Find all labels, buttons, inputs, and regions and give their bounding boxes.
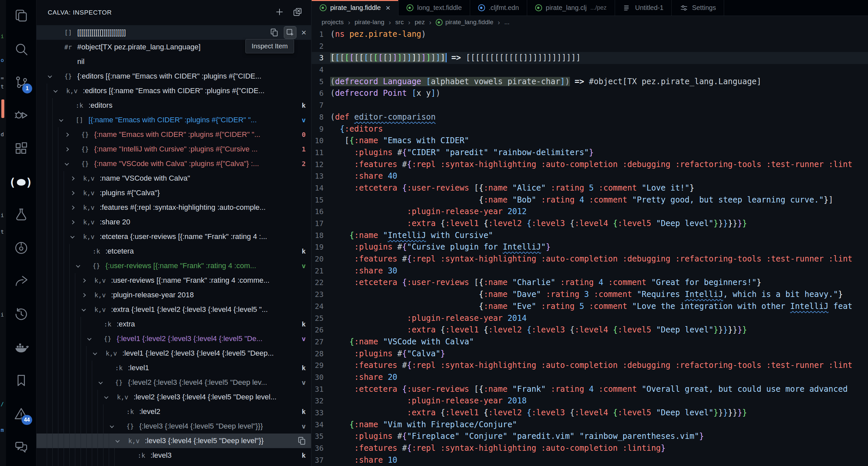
- breadcrumb-item[interactable]: pirate_lang.fiddle: [436, 19, 493, 26]
- code-line[interactable]: 16 :plugin-release-year 2012: [312, 206, 868, 218]
- tree-row[interactable]: :k:editorsk: [36, 98, 311, 113]
- chevron-down-icon[interactable]: [85, 337, 93, 340]
- tab--cljfmt-edn[interactable]: .cljfmt.edn: [470, 0, 527, 16]
- tree-row[interactable]: k,v:extra {:level1 {:level2 {:level3 {:l…: [36, 302, 311, 317]
- tree-row[interactable]: :k:level1k: [36, 361, 311, 375]
- tree-row[interactable]: k,v:level3 {:level4 {:level5 "Deep level…: [36, 434, 311, 448]
- chevron-down-icon[interactable]: [45, 75, 54, 78]
- chevron-down-icon[interactable]: [73, 265, 82, 268]
- code-line[interactable]: 17 :extra {:level1 {:level2 {:level3 {:l…: [312, 218, 868, 230]
- code-line[interactable]: 25 :plugin-release-year 2014: [312, 313, 868, 324]
- activity-item-testing[interactable]: [6, 199, 36, 232]
- code-line[interactable]: 23 {:name "Dave" :rating 3 :comment "Req…: [312, 289, 868, 301]
- chevron-right-icon[interactable]: [62, 148, 71, 151]
- activity-item-calva[interactable]: (): [6, 166, 36, 199]
- tree-row[interactable]: k,v:share 20: [36, 215, 311, 229]
- tree-row[interactable]: {}{:name "Emacs with CIDER" :plugins #{"…: [36, 127, 311, 142]
- breadcrumb-item[interactable]: pez: [415, 19, 425, 26]
- tab-untitled-1[interactable]: Untitled-1: [615, 0, 672, 16]
- tree-row[interactable]: {}{:editors [{:name "Emacs with CIDER" :…: [36, 69, 311, 84]
- code-line[interactable]: 27 {:name "VSCode with Calva": [312, 336, 868, 348]
- code-line[interactable]: 28 :plugins #{"Calva"}: [312, 348, 868, 360]
- activity-item-run-and-debug[interactable]: [6, 99, 36, 132]
- code-line[interactable]: 11 :plugins #{"CIDER" "paredit" "rainbow…: [312, 147, 868, 159]
- inspect-icon[interactable]: [284, 27, 296, 38]
- tree-row[interactable]: k,v:user-reviews [{:name "Frank" :rating…: [36, 273, 311, 288]
- tree-row[interactable]: k,v:editors [{:name "Emacs with CIDER" :…: [36, 84, 311, 98]
- tree-row[interactable]: :k:level2k: [36, 404, 311, 419]
- chevron-right-icon[interactable]: [62, 133, 71, 136]
- code-line[interactable]: 12 :features #{:repl :syntax-highlightin…: [312, 159, 868, 171]
- code-line[interactable]: 22 :etcetera {:user-reviews [{:name "Cha…: [312, 277, 868, 289]
- tree-row[interactable]: k,v:features #{:repl :syntax-highlightin…: [36, 200, 311, 215]
- chevron-right-icon[interactable]: [79, 279, 88, 282]
- activity-item-bookmarks[interactable]: [6, 365, 36, 398]
- tree-row[interactable]: {}{:level2 {:level3 {:level4 {:level5 "D…: [36, 375, 311, 390]
- chevron-right-icon[interactable]: [68, 177, 76, 180]
- activity-item-problems[interactable]: 44: [6, 398, 36, 431]
- chevron-down-icon[interactable]: [107, 425, 116, 428]
- tree-row[interactable]: {}{:user-reviews [{:name "Frank" :rating…: [36, 258, 311, 273]
- code-area[interactable]: 1(ns pez.pirate-lang)23[[[[[[[[[[[[]]]]]…: [312, 29, 868, 466]
- copy-icon[interactable]: [296, 435, 308, 447]
- chevron-down-icon[interactable]: [57, 119, 65, 122]
- tree-row[interactable]: {}{:name "IntelliJ with Cursive" :plugin…: [36, 142, 311, 156]
- chevron-right-icon[interactable]: [79, 294, 88, 297]
- code-line[interactable]: 30 :share 20: [312, 372, 868, 383]
- chevron-down-icon[interactable]: [96, 381, 105, 384]
- code-line[interactable]: 15 {:name "Bob" :rating 4 :comment "Pret…: [312, 194, 868, 206]
- tree-row[interactable]: k,v:level1 {:level2 {:level3 {:level4 {:…: [36, 346, 311, 361]
- code-line[interactable]: 13 :share 40: [312, 170, 868, 182]
- code-line[interactable]: 26 :extra {:level1 {:level2 {:level3 {:l…: [312, 324, 868, 336]
- code-line[interactable]: 31 :etcetera {:user-reviews [{:name "Fra…: [312, 383, 868, 395]
- code-line[interactable]: 20 :features #{:repl :syntax-highlightin…: [312, 253, 868, 265]
- tab-pirate-lang-fiddle[interactable]: pirate_lang.fiddle×: [312, 0, 399, 16]
- tab-long-text-fiddle[interactable]: long_text.fiddle: [399, 0, 470, 16]
- add-icon[interactable]: [275, 7, 284, 18]
- code-line[interactable]: 1(ns pez.pirate-lang): [312, 29, 868, 40]
- chevron-down-icon[interactable]: [51, 90, 60, 92]
- tree-row[interactable]: :k:level3k: [36, 448, 311, 463]
- code-line[interactable]: 2: [312, 40, 868, 52]
- code-line[interactable]: 10 [{:name "Emacs with CIDER": [312, 135, 868, 147]
- breadcrumb-item[interactable]: src: [395, 19, 403, 26]
- code-line[interactable]: 32 :plugin-release-year 2018: [312, 395, 868, 407]
- code-line[interactable]: 18 {:name "IntelliJ with Cursive": [312, 230, 868, 242]
- chevron-down-icon[interactable]: [91, 352, 99, 355]
- activity-item-extensions[interactable]: [6, 132, 36, 166]
- tree-row[interactable]: [][[[[[[[[[[[[]]]]]]]]]]]]×: [36, 25, 311, 40]
- tab-pirate-lang-clj[interactable]: pirate_lang.clj.../pez: [527, 0, 615, 16]
- code-line[interactable]: 37 :share 10: [312, 455, 868, 466]
- tree-row[interactable]: k,v:plugins #{"Calva"}: [36, 186, 311, 200]
- code-line[interactable]: 14 :etcetera {:user-reviews [{:name "Ali…: [312, 182, 868, 194]
- code-line[interactable]: 9 {:editors: [312, 123, 868, 135]
- tree-row[interactable]: :k:extrak: [36, 317, 311, 332]
- activity-item-timeline[interactable]: [6, 298, 36, 332]
- chevron-down-icon[interactable]: [102, 396, 111, 399]
- chevron-right-icon[interactable]: [68, 192, 76, 194]
- close-icon[interactable]: ×: [300, 27, 308, 38]
- activity-item-search[interactable]: [6, 33, 36, 66]
- tree-row[interactable]: {}{:level1 {:level2 {:level3 {:level4 {:…: [36, 332, 311, 346]
- code-line[interactable]: 24 {:name "Eve" :rating 5 :comment "Love…: [312, 301, 868, 313]
- code-line[interactable]: 3[[[[[[[[[[[[]]]]]]]]]]]] => [[[[[[[[[[[…: [312, 52, 868, 64]
- tree-row[interactable]: k,v:level2 {:level3 {:level4 {:level5 "D…: [36, 390, 311, 404]
- breadcrumb-item[interactable]: pirate-lang: [355, 19, 384, 26]
- tree-row[interactable]: k,v:name "VSCode with Calva": [36, 171, 311, 186]
- chevron-down-icon[interactable]: [62, 162, 71, 165]
- activity-item-gitlens[interactable]: [6, 232, 36, 265]
- tree-row[interactable]: {}{:name "VSCode with Calva" :plugins #{…: [36, 156, 311, 171]
- chevron-down-icon[interactable]: [79, 308, 88, 311]
- tree-row[interactable]: :k:etceterak: [36, 244, 311, 258]
- chevron-right-icon[interactable]: [68, 206, 76, 209]
- code-line[interactable]: 34 {:name "Vim with Fireplace/Conjure": [312, 419, 868, 431]
- close-icon[interactable]: ×: [385, 3, 390, 12]
- tree-row[interactable]: {}{:level3 {:level4 {:level5 "Deep level…: [36, 419, 311, 434]
- code-line[interactable]: 29 :features #{:repl :syntax-highlightin…: [312, 360, 868, 372]
- tree-row[interactable]: nil: [36, 54, 311, 69]
- breadcrumb-item[interactable]: projects: [321, 19, 344, 26]
- code-line[interactable]: 36 :features #{:repl :syntax-highlightin…: [312, 442, 868, 455]
- breadcrumb-item[interactable]: ...: [504, 19, 509, 26]
- tree-row[interactable]: {}{:level4 {:level5 "Deep level"}}: [36, 463, 311, 466]
- copy-icon[interactable]: [268, 27, 280, 38]
